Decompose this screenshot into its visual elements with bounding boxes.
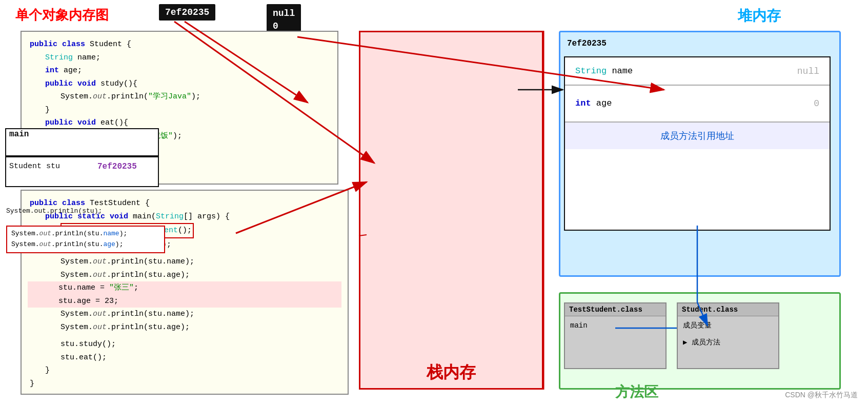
code-line-5: System.out.println("学习Java"); [30, 90, 329, 104]
student-class-box: Student.class 成员变量 ▶ 成员方法 [677, 302, 779, 369]
code-line-2: String name; [30, 51, 329, 65]
test-code-line-7: stu.name = "张三"; [28, 281, 341, 295]
heap-int-age: int age 0 [565, 86, 830, 121]
tooltip-hash: 7ef20235 [159, 4, 215, 21]
test-code-line-8: stu.age = 23; [28, 295, 341, 308]
code-line-4: public void study(){ [30, 77, 329, 91]
tooltip-null-text: null0 [273, 8, 295, 31]
heap-name-value: null [797, 62, 819, 82]
stack-frame-stu [5, 156, 159, 187]
stack-println-line1: System.out.println(stu.name); [11, 229, 160, 239]
watermark: CSDN @秋千水竹马道 [785, 391, 858, 400]
stack-stu-label: Student stu [9, 162, 60, 171]
stack-println-box: System.out.println(stu.name); System.out… [6, 226, 165, 253]
student-member-method: ▶ 成员方法 [683, 336, 773, 349]
test-code-line-6: System.out.println(stu.age); [30, 269, 339, 282]
code-line-6: } [30, 104, 329, 117]
test-code-line-5: System.out.println(stu.name); [30, 255, 339, 269]
student-class-title: Student.class [678, 303, 778, 316]
stack-memory-area: 栈内存 [359, 31, 543, 390]
test-class-content: main [565, 316, 665, 335]
stack-stu-value: 7ef20235 [97, 162, 137, 171]
test-class-box: TestStudent.class main [564, 302, 667, 369]
test-code-line-12: stu.eat(); [30, 351, 339, 364]
heap-string-name: String name null [565, 57, 830, 85]
heap-age-value: 0 [814, 94, 819, 114]
heap-address-label: 7ef20235 [567, 39, 607, 48]
code-line-7: public void eat(){ [30, 116, 329, 130]
test-class-title: TestStudent.class [565, 303, 665, 316]
heap-object-box: String name null int age 0 成员方法引用地址 [564, 56, 831, 231]
title-single-obj: 单个对象内存图 [15, 6, 109, 24]
test-code-line-11: stu.study(); [30, 338, 339, 351]
heap-method-ref: 成员方法引用地址 [565, 123, 830, 149]
test-class-code: public class TestStudent { public static… [21, 190, 349, 395]
student-member-var: 成员变量 [683, 319, 773, 332]
method-area-label: 方法区 [615, 382, 658, 402]
code-line-3: int age; [30, 64, 329, 77]
test-code-line-9: System.out.println(stu.name); [30, 308, 339, 321]
stack-println-text: System.out.println(stu); [6, 207, 102, 215]
test-code-line-13: } [30, 364, 339, 377]
code-line-1: public class Student { [30, 38, 329, 51]
stack-frame-main-label: main [9, 130, 29, 139]
stack-println-line2: System.out.println(stu.age); [11, 239, 160, 250]
title-heap: 堆内存 [738, 6, 781, 26]
test-code-line-10: System.out.println(stu.age); [30, 321, 339, 334]
student-class-content: 成员变量 ▶ 成员方法 [678, 316, 778, 352]
test-code-line-14: } [30, 377, 339, 391]
stack-label: 栈内存 [427, 361, 476, 384]
